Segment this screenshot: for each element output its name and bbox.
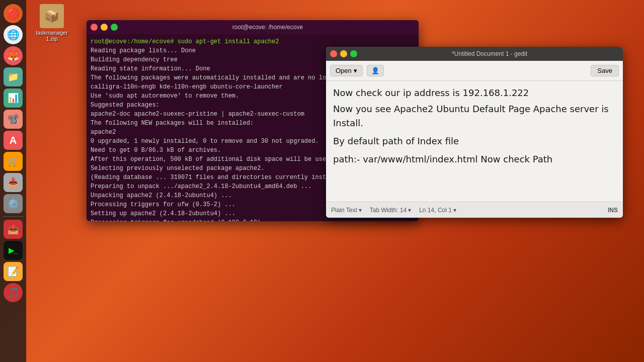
ubuntu-icon[interactable]: 🔴	[4, 4, 23, 23]
content-line1: Now check our ip address is 192.168.1.22…	[333, 86, 616, 100]
ln-col-status[interactable]: Ln 14, Col 1 ▾	[419, 207, 456, 214]
gedit-close-button[interactable]	[330, 50, 337, 57]
tab-width-chevron-icon: ▾	[408, 207, 411, 214]
terminal-titlebar: root@ecove: /home/ecove	[87, 20, 419, 34]
zip-icon-label: taskmanager1.zip	[34, 30, 69, 42]
plain-text-chevron-icon: ▾	[359, 207, 362, 214]
content-line4: path:- var/www/html/index.html Now check…	[333, 152, 616, 166]
ln-col-chevron-icon: ▾	[453, 207, 456, 214]
music-icon[interactable]: 🎵	[4, 283, 23, 302]
downloads-icon[interactable]: 📥	[4, 173, 23, 192]
amazon-icon[interactable]: 🛒	[4, 152, 23, 171]
appstore-icon[interactable]: A	[4, 131, 23, 150]
files-icon[interactable]: 📁	[4, 67, 23, 86]
zip-icon: 📦	[40, 4, 64, 28]
terminal-maximize-button[interactable]	[111, 24, 118, 31]
chrome-icon[interactable]: 🌐	[4, 25, 23, 44]
terminal-title: root@ecove: /home/ecove	[121, 24, 415, 31]
ln-col-label: Ln 14, Col 1	[419, 207, 452, 214]
settings-icon[interactable]: ⚙️	[4, 194, 23, 213]
presentation-icon[interactable]: 📽️	[4, 110, 23, 129]
filezilla-icon[interactable]: 📤	[4, 220, 23, 239]
firefox-icon[interactable]: 🦊	[4, 46, 23, 65]
tab-width-status[interactable]: Tab Width: 14 ▾	[370, 207, 411, 214]
terminal-icon[interactable]: ▶_	[4, 241, 23, 260]
tab-width-label: Tab Width: 14	[370, 207, 407, 214]
gedit-maximize-button[interactable]	[350, 50, 357, 57]
gedit-window: *Untitled Document 1 - gedit Open ▾ 👤 Sa…	[326, 47, 623, 218]
terminal-minimize-button[interactable]	[101, 24, 108, 31]
terminal-line: root@ecove:/home/ecove# sudo apt-get ins…	[91, 37, 415, 46]
person-button[interactable]: 👤	[367, 65, 384, 76]
plain-text-status[interactable]: Plain Text ▾	[331, 207, 362, 214]
gedit-toolbar: Open ▾ 👤 Save	[326, 61, 623, 81]
open-label: Open	[336, 67, 352, 74]
gedit-minimize-button[interactable]	[340, 50, 347, 57]
spreadsheet-icon[interactable]: 📊	[4, 88, 23, 108]
content-line3: By default path of Index file	[333, 134, 616, 148]
content-line2: Now you see Apache2 Ubuntu Default Page …	[333, 102, 616, 130]
ins-badge: INS	[608, 207, 618, 214]
gedit-content[interactable]: Now check our ip address is 192.168.1.22…	[326, 81, 623, 202]
sidebar: 🔴 🌐 🦊 📁 📊 📽️ A 🛒 📥 ⚙️ 📤 ▶_ 📝 🎵	[0, 0, 26, 362]
save-button[interactable]: Save	[591, 65, 619, 76]
taskmanager-zip-icon[interactable]: 📦 taskmanager1.zip	[34, 4, 69, 42]
open-chevron-icon: ▾	[354, 67, 357, 74]
gedit-statusbar: Plain Text ▾ Tab Width: 14 ▾ Ln 14, Col …	[326, 202, 623, 218]
gedit-title: *Untitled Document 1 - gedit	[360, 50, 619, 57]
notes-icon[interactable]: 📝	[4, 262, 23, 281]
gedit-titlebar: *Untitled Document 1 - gedit	[326, 47, 623, 61]
plain-text-label: Plain Text	[331, 207, 357, 214]
terminal-close-button[interactable]	[91, 24, 98, 31]
terminal-line: Processing triggers for ureadahead (0.10…	[91, 218, 415, 221]
open-button[interactable]: Open ▾	[330, 65, 363, 76]
